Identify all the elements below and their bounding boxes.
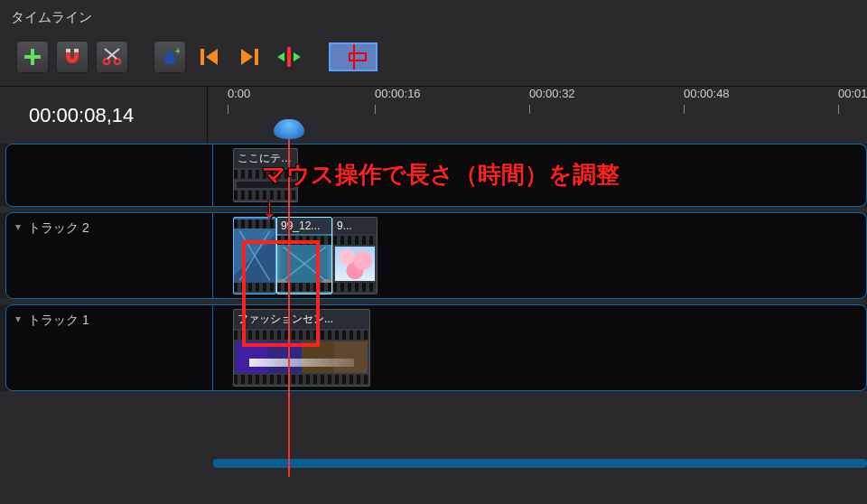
clip[interactable]: ファッションセン...	[233, 309, 370, 387]
ruler-tick: 00:00:32	[529, 87, 575, 100]
next-keyframe-button[interactable]	[233, 41, 266, 73]
svg-rect-2	[66, 49, 70, 52]
ruler-tick: 00:00:48	[684, 87, 730, 100]
clip-body	[234, 218, 275, 294]
svg-point-5	[115, 59, 120, 64]
clip[interactable]	[233, 217, 276, 294]
ruler-tick: 0:00	[228, 87, 250, 100]
annotation-arrow: ↓	[262, 190, 277, 225]
clip-label: 99_12...	[277, 218, 331, 234]
svg-rect-1	[24, 55, 41, 59]
svg-rect-7	[200, 49, 204, 65]
droplet-plus-icon: +	[160, 47, 180, 67]
ruler-tick: 00:01:04	[838, 87, 867, 100]
scissors-icon	[101, 46, 123, 68]
track-row: ▾トラック 299_12...9...	[0, 212, 867, 299]
svg-rect-8	[255, 49, 258, 65]
ruler-tick: 00:00:16	[375, 87, 421, 100]
timeline-minimap[interactable]	[329, 42, 378, 71]
chevron-down-icon[interactable]: ▾	[15, 220, 21, 233]
clip[interactable]: 9...	[332, 217, 378, 294]
clip[interactable]: 99_12...	[276, 217, 332, 294]
color-drop-button[interactable]: +	[154, 41, 186, 73]
add-button[interactable]	[16, 41, 49, 73]
annotation-text: マウス操作で長さ（時間）を調整	[262, 159, 620, 191]
snap-magnet-button[interactable]	[56, 41, 89, 73]
clip-label: 9...	[333, 218, 377, 234]
magnet-icon	[61, 46, 83, 68]
timeline-toolbar: +	[0, 33, 867, 86]
clip-body	[333, 234, 377, 294]
cut-scissors-button[interactable]	[96, 41, 128, 73]
svg-rect-3	[74, 49, 79, 52]
track-lane[interactable]: 99_12...9...	[213, 212, 867, 299]
skip-prev-icon	[198, 45, 221, 69]
playhead-knob[interactable]	[274, 119, 304, 139]
minimap-cursor-icon	[349, 52, 367, 61]
ruler-row: 00:00:08,14 0:0000:00:1600:00:3200:00:48…	[0, 86, 867, 144]
time-ruler[interactable]: 0:0000:00:1600:00:3200:00:4800:01:04	[208, 87, 867, 144]
track-name-label: トラック 1	[28, 313, 89, 329]
clip-label: ファッションセン...	[234, 310, 369, 329]
split-at-playhead-button[interactable]	[273, 41, 305, 73]
clip-body	[234, 329, 369, 386]
skip-next-icon	[238, 45, 261, 69]
svg-text:+: +	[175, 47, 180, 56]
svg-point-4	[104, 59, 109, 64]
horizontal-scrollbar[interactable]	[213, 459, 867, 468]
track-header[interactable]: ▾トラック 1	[5, 304, 213, 391]
track-header[interactable]	[5, 144, 213, 207]
split-icon	[275, 45, 303, 69]
chevron-down-icon[interactable]: ▾	[15, 313, 21, 325]
prev-keyframe-button[interactable]	[193, 41, 226, 73]
track-lane[interactable]: ファッションセン...	[213, 304, 867, 391]
clip-body	[277, 234, 331, 294]
svg-rect-9	[287, 47, 291, 67]
track-header[interactable]: ▾トラック 2	[5, 212, 213, 299]
track-row: ▾トラック 1ファッションセン...	[0, 304, 867, 391]
current-timecode: 00:00:08,14	[0, 87, 208, 144]
plus-icon	[23, 47, 42, 67]
track-name-label: トラック 2	[28, 220, 89, 237]
panel-title: タイムライン	[0, 0, 867, 33]
